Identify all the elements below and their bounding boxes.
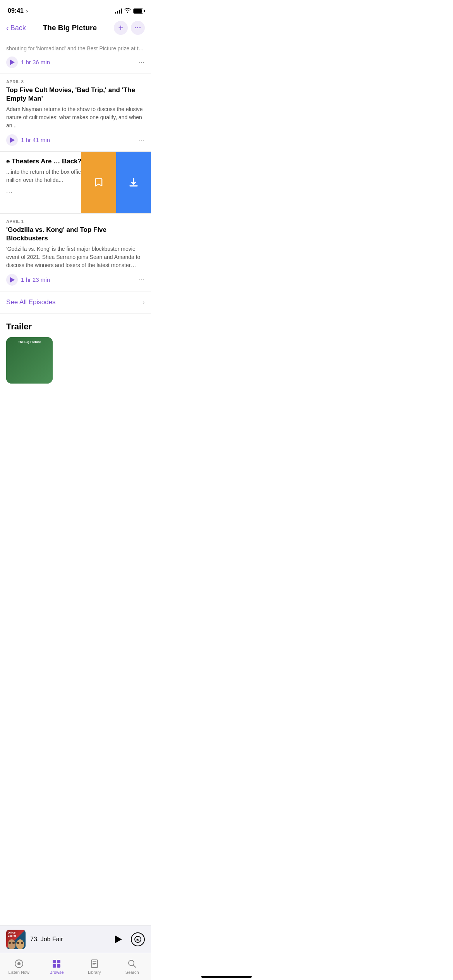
status-time-area: 09:41 › [8, 7, 28, 14]
play-button[interactable] [6, 274, 18, 286]
gps-icon: › [26, 8, 27, 14]
status-bar: 09:41 › [0, 0, 151, 19]
see-all-label: See All Episodes [6, 298, 56, 306]
episode-item-swiped: e Theaters Are … Back?! Plus, Kar-Wai. .… [0, 152, 151, 214]
episode-footer: 1 hr 36 min ··· [6, 57, 145, 68]
episode-more-button[interactable]: ··· [139, 276, 145, 283]
trailer-section: Trailer The Big Picture [0, 314, 151, 387]
download-button[interactable] [116, 152, 151, 213]
nav-header: ‹ Back The Big Picture + ··· [0, 19, 151, 39]
play-row: 1 hr 36 min [6, 57, 50, 68]
episode-more-button[interactable]: ··· [139, 137, 145, 144]
episode-list: shouting for 'Nomadland' and the Best Pi… [0, 39, 151, 291]
play-row: 1 hr 23 min [6, 274, 50, 286]
duration-text: 1 hr 41 min [21, 137, 50, 143]
trailer-section-title: Trailer [6, 322, 145, 332]
bookmark-icon [93, 177, 104, 188]
back-label: Back [10, 24, 26, 32]
trailer-artwork-text: The Big Picture [18, 340, 41, 344]
episode-footer: 1 hr 23 min ··· [6, 274, 145, 286]
play-icon [10, 137, 15, 143]
more-button[interactable]: ··· [131, 21, 145, 35]
bookmark-button[interactable] [81, 152, 116, 213]
play-icon [10, 277, 15, 283]
episode-title: Top Five Cult Movies, 'Bad Trip,' and 'T… [6, 86, 145, 103]
duration-text: 1 hr 36 min [21, 59, 50, 65]
trailer-card[interactable]: The Big Picture [6, 337, 53, 384]
more-icon: ··· [134, 24, 141, 31]
add-button[interactable]: + [114, 21, 128, 35]
back-chevron-icon: ‹ [6, 24, 9, 33]
add-icon: + [118, 24, 124, 32]
episode-item: APRIL 8 Top Five Cult Movies, 'Bad Trip,… [0, 74, 151, 152]
duration-text: 1 hr 23 min [21, 276, 50, 283]
status-time: 09:41 [8, 7, 24, 14]
episode-truncated-text: shouting for 'Nomadland' and the Best Pi… [6, 45, 145, 53]
episode-item: shouting for 'Nomadland' and the Best Pi… [0, 39, 151, 74]
play-button[interactable] [6, 57, 18, 68]
signal-icon [115, 8, 122, 14]
trailer-artwork: The Big Picture [6, 337, 53, 384]
episode-description: Adam Nayman returns to the show to discu… [6, 105, 145, 130]
play-row: 1 hr 41 min [6, 134, 50, 146]
play-icon [10, 60, 15, 65]
play-button[interactable] [6, 134, 18, 146]
swipe-actions [81, 152, 151, 213]
battery-icon [133, 9, 143, 14]
wifi-icon [124, 8, 131, 14]
episode-more-button[interactable]: ··· [139, 59, 145, 66]
episode-title: 'Godzilla vs. Kong' and Top Five Blockbu… [6, 226, 145, 243]
episode-description: 'Godzilla vs. Kong' is the first major b… [6, 245, 145, 269]
episode-item: APRIL 1 'Godzilla vs. Kong' and Top Five… [0, 214, 151, 291]
episode-footer: 1 hr 41 min ··· [6, 134, 145, 146]
episode-date: APRIL 1 [6, 219, 145, 224]
page-title: The Big Picture [26, 24, 114, 32]
chevron-right-icon: › [142, 298, 145, 307]
status-icons [115, 8, 143, 14]
back-button[interactable]: ‹ Back [6, 24, 26, 33]
episode-date: APRIL 8 [6, 79, 145, 84]
see-all-episodes-row[interactable]: See All Episodes › [0, 291, 151, 314]
download-icon [128, 177, 139, 188]
episode-more-button[interactable]: ··· [6, 189, 12, 196]
nav-actions: + ··· [114, 21, 145, 35]
